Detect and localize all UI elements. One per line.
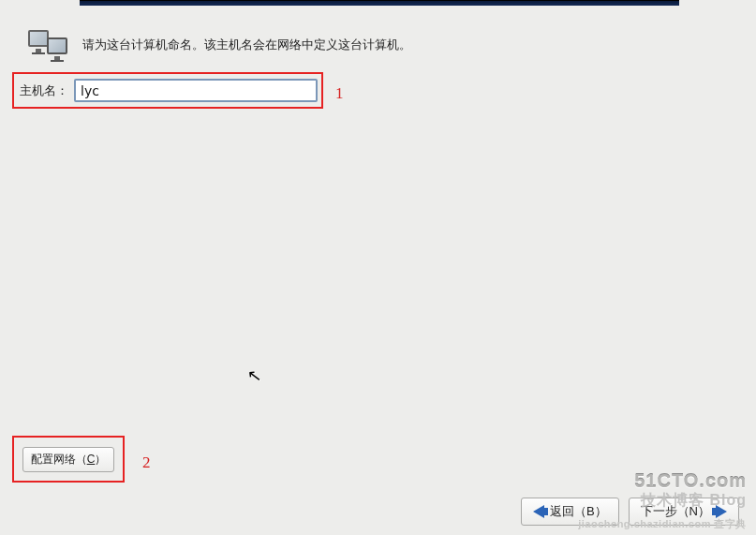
- back-suffix: ）: [595, 504, 607, 518]
- watermark-51cto: 51CTO.com: [634, 470, 747, 492]
- configure-network-suffix: ）: [95, 453, 106, 466]
- hostname-highlight-box: 主机名：: [12, 72, 323, 109]
- top-banner: [80, 0, 679, 6]
- annotation-1: 1: [335, 84, 344, 103]
- nav-buttons-row: 返回（B） 下一步（N）: [521, 498, 739, 526]
- mouse-cursor-icon: ↖: [246, 364, 263, 386]
- next-hotkey: N: [689, 504, 698, 518]
- back-hotkey: B: [586, 504, 595, 518]
- instruction-text: 请为这台计算机命名。该主机名会在网络中定义这台计算机。: [82, 37, 411, 53]
- hostname-input[interactable]: [74, 79, 318, 102]
- next-suffix: ）: [698, 504, 710, 518]
- hostname-label: 主机名：: [20, 82, 68, 99]
- computer-network-icon: [26, 28, 71, 62]
- annotation-2: 2: [142, 453, 151, 472]
- configure-network-highlight-box: 配置网络（C）: [12, 436, 125, 483]
- next-prefix: 下一步（: [641, 504, 689, 518]
- configure-network-prefix: 配置网络（: [31, 453, 87, 466]
- back-button[interactable]: 返回（B）: [521, 498, 619, 526]
- arrow-right-icon: [716, 505, 727, 518]
- instruction-row: 请为这台计算机命名。该主机名会在网络中定义这台计算机。: [26, 28, 411, 62]
- next-button[interactable]: 下一步（N）: [629, 498, 739, 526]
- configure-network-button[interactable]: 配置网络（C）: [22, 447, 115, 472]
- arrow-left-icon: [533, 505, 544, 518]
- back-prefix: 返回（: [550, 504, 586, 518]
